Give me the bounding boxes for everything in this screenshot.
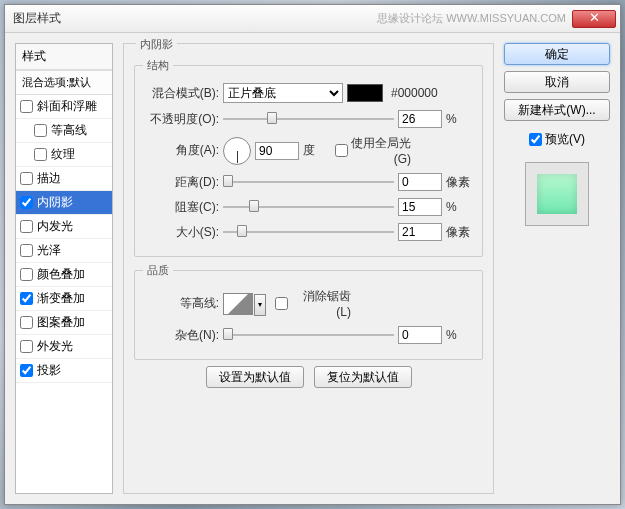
opacity-unit: % bbox=[446, 112, 474, 126]
quality-legend: 品质 bbox=[143, 263, 173, 278]
color-hex: #000000 bbox=[391, 86, 438, 100]
sidebar-item-check-2[interactable] bbox=[34, 148, 47, 161]
layer-style-dialog: 图层样式 思缘设计论坛 WWW.MISSYUAN.COM ✕ 样式 混合选项:默… bbox=[4, 4, 621, 505]
sidebar-item-check-0[interactable] bbox=[20, 100, 33, 113]
ok-button[interactable]: 确定 bbox=[504, 43, 610, 65]
distance-slider[interactable] bbox=[223, 174, 394, 190]
distance-label: 距离(D): bbox=[143, 174, 219, 191]
blend-mode-label: 混合模式(B): bbox=[143, 85, 219, 102]
sidebar-item-check-1[interactable] bbox=[34, 124, 47, 137]
size-unit: 像素 bbox=[446, 224, 474, 241]
choke-unit: % bbox=[446, 200, 474, 214]
preview-box bbox=[525, 162, 589, 226]
new-style-button[interactable]: 新建样式(W)... bbox=[504, 99, 610, 121]
sidebar-item-check-9[interactable] bbox=[20, 316, 33, 329]
noise-unit: % bbox=[446, 328, 474, 342]
choke-label: 阻塞(C): bbox=[143, 199, 219, 216]
panel-title: 内阴影 bbox=[136, 37, 177, 52]
size-slider[interactable] bbox=[223, 224, 394, 240]
structure-legend: 结构 bbox=[143, 58, 173, 73]
color-swatch[interactable] bbox=[347, 84, 383, 102]
watermark: 思缘设计论坛 WWW.MISSYUAN.COM bbox=[377, 11, 566, 26]
angle-dial[interactable] bbox=[223, 137, 251, 165]
sidebar-item-check-6[interactable] bbox=[20, 244, 33, 257]
angle-unit: 度 bbox=[303, 142, 331, 159]
angle-label: 角度(A): bbox=[143, 142, 219, 159]
noise-input[interactable] bbox=[398, 326, 442, 344]
sidebar-item-4[interactable]: 内阴影 bbox=[16, 191, 112, 215]
sidebar-item-check-11[interactable] bbox=[20, 364, 33, 377]
noise-slider[interactable] bbox=[223, 327, 394, 343]
sidebar-item-label: 内阴影 bbox=[37, 194, 73, 211]
choke-input[interactable] bbox=[398, 198, 442, 216]
sidebar-item-label: 光泽 bbox=[37, 242, 61, 259]
contour-label: 等高线: bbox=[143, 295, 219, 312]
sidebar-item-9[interactable]: 图案叠加 bbox=[16, 311, 112, 335]
sidebar-item-7[interactable]: 颜色叠加 bbox=[16, 263, 112, 287]
titlebar[interactable]: 图层样式 思缘设计论坛 WWW.MISSYUAN.COM ✕ bbox=[5, 5, 620, 33]
sidebar-item-2[interactable]: 纹理 bbox=[16, 143, 112, 167]
quality-group: 品质 等高线: ▾ 消除锯齿(L) 杂色(N): % bbox=[134, 263, 483, 360]
sidebar-header[interactable]: 样式 bbox=[16, 44, 112, 70]
sidebar-item-label: 斜面和浮雕 bbox=[37, 98, 97, 115]
sidebar-item-check-3[interactable] bbox=[20, 172, 33, 185]
sidebar-item-check-7[interactable] bbox=[20, 268, 33, 281]
sidebar-item-check-10[interactable] bbox=[20, 340, 33, 353]
sidebar-item-label: 颜色叠加 bbox=[37, 266, 85, 283]
sidebar-item-label: 图案叠加 bbox=[37, 314, 85, 331]
effect-panel: 内阴影 结构 混合模式(B): 正片叠底 #000000 不透明度(O): % bbox=[123, 43, 494, 494]
opacity-input[interactable] bbox=[398, 110, 442, 128]
sidebar-item-check-5[interactable] bbox=[20, 220, 33, 233]
sidebar-item-label: 描边 bbox=[37, 170, 61, 187]
sidebar-item-label: 投影 bbox=[37, 362, 61, 379]
sidebar-item-5[interactable]: 内发光 bbox=[16, 215, 112, 239]
structure-group: 结构 混合模式(B): 正片叠底 #000000 不透明度(O): % bbox=[134, 58, 483, 257]
sidebar-item-check-8[interactable] bbox=[20, 292, 33, 305]
distance-input[interactable] bbox=[398, 173, 442, 191]
choke-slider[interactable] bbox=[223, 199, 394, 215]
opacity-label: 不透明度(O): bbox=[143, 111, 219, 128]
cancel-button[interactable]: 取消 bbox=[504, 71, 610, 93]
sidebar-item-11[interactable]: 投影 bbox=[16, 359, 112, 383]
sidebar-item-label: 内发光 bbox=[37, 218, 73, 235]
sidebar-item-check-4[interactable] bbox=[20, 196, 33, 209]
size-input[interactable] bbox=[398, 223, 442, 241]
sidebar-item-1[interactable]: 等高线 bbox=[16, 119, 112, 143]
angle-input[interactable] bbox=[255, 142, 299, 160]
sidebar-item-10[interactable]: 外发光 bbox=[16, 335, 112, 359]
close-button[interactable]: ✕ bbox=[572, 10, 616, 28]
set-default-button[interactable]: 设置为默认值 bbox=[206, 366, 304, 388]
noise-label: 杂色(N): bbox=[143, 327, 219, 344]
styles-sidebar: 样式 混合选项:默认 斜面和浮雕等高线纹理描边内阴影内发光光泽颜色叠加渐变叠加图… bbox=[15, 43, 113, 494]
right-column: 确定 取消 新建样式(W)... 预览(V) bbox=[504, 43, 610, 494]
sidebar-item-3[interactable]: 描边 bbox=[16, 167, 112, 191]
reset-default-button[interactable]: 复位为默认值 bbox=[314, 366, 412, 388]
sidebar-blend-defaults[interactable]: 混合选项:默认 bbox=[16, 70, 112, 95]
global-light-checkbox[interactable]: 使用全局光(G) bbox=[335, 135, 411, 166]
size-label: 大小(S): bbox=[143, 224, 219, 241]
chevron-down-icon[interactable]: ▾ bbox=[254, 294, 266, 316]
sidebar-item-label: 外发光 bbox=[37, 338, 73, 355]
opacity-slider[interactable] bbox=[223, 111, 394, 127]
sidebar-item-0[interactable]: 斜面和浮雕 bbox=[16, 95, 112, 119]
antialias-checkbox[interactable]: 消除锯齿(L) bbox=[275, 288, 351, 319]
sidebar-item-label: 纹理 bbox=[51, 146, 75, 163]
sidebar-item-8[interactable]: 渐变叠加 bbox=[16, 287, 112, 311]
sidebar-item-label: 等高线 bbox=[51, 122, 87, 139]
preview-swatch bbox=[537, 174, 577, 214]
contour-picker[interactable]: ▾ bbox=[223, 293, 253, 315]
sidebar-item-6[interactable]: 光泽 bbox=[16, 239, 112, 263]
dialog-title: 图层样式 bbox=[13, 10, 377, 27]
blend-mode-select[interactable]: 正片叠底 bbox=[223, 83, 343, 103]
distance-unit: 像素 bbox=[446, 174, 474, 191]
sidebar-item-label: 渐变叠加 bbox=[37, 290, 85, 307]
preview-checkbox[interactable]: 预览(V) bbox=[504, 131, 610, 148]
